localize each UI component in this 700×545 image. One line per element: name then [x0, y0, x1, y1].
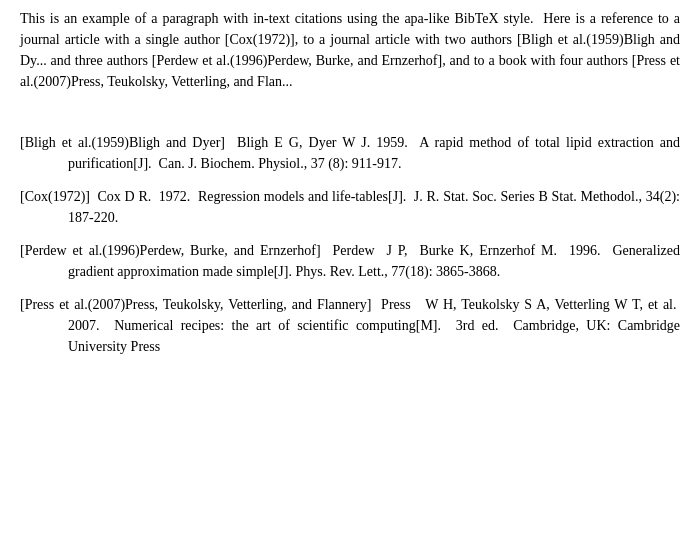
references-section: [Bligh et al.(1959)Bligh and Dyer] Bligh… — [20, 132, 680, 357]
list-item: [Perdew et al.(1996)Perdew, Burke, and E… — [20, 240, 680, 282]
reference-text: [Cox(1972)] Cox D R. 1972. Regression mo… — [20, 186, 680, 228]
reference-text: [Press et al.(2007)Press, Teukolsky, Vet… — [20, 294, 680, 357]
list-item: [Bligh et al.(1959)Bligh and Dyer] Bligh… — [20, 132, 680, 174]
intro-paragraph: This is an example of a paragraph with i… — [20, 8, 680, 92]
list-item: [Press et al.(2007)Press, Teukolsky, Vet… — [20, 294, 680, 357]
list-item: [Cox(1972)] Cox D R. 1972. Regression mo… — [20, 186, 680, 228]
reference-text: [Perdew et al.(1996)Perdew, Burke, and E… — [20, 240, 680, 282]
reference-text: [Bligh et al.(1959)Bligh and Dyer] Bligh… — [20, 132, 680, 174]
paragraph-text: This is an example of a paragraph with i… — [20, 11, 680, 89]
